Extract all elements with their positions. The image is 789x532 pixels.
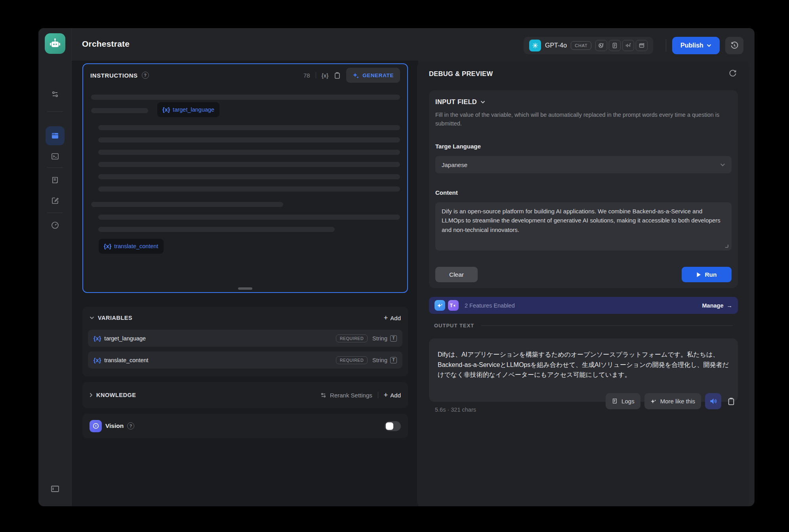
app-logo-robot-icon[interactable] bbox=[45, 33, 65, 54]
sidebar-item-logs[interactable] bbox=[46, 171, 65, 190]
history-clock-icon bbox=[730, 41, 739, 50]
log-document-icon bbox=[612, 398, 618, 405]
vision-toggle[interactable] bbox=[385, 421, 401, 431]
insert-variable-button[interactable]: {x} bbox=[322, 72, 329, 79]
output-card: Difyは、AIアプリケーションを構築するためのオープンソースプラットフォームで… bbox=[429, 338, 738, 402]
logs-button[interactable]: Logs bbox=[606, 393, 640, 409]
output-stats: 5.6s · 321 chars bbox=[435, 407, 476, 413]
rerank-label: Rerank Settings bbox=[330, 392, 372, 399]
publish-button[interactable]: Publish bbox=[672, 37, 720, 54]
more-like-this-button[interactable]: More like this bbox=[644, 393, 701, 409]
sidebar bbox=[38, 28, 72, 506]
instructions-panel[interactable]: INSTRUCTIONS ? 78 {x} GENERATE bbox=[82, 63, 408, 293]
variable-symbol: {x} bbox=[93, 335, 101, 342]
features-enabled-label: 2 Features Enabled bbox=[465, 302, 515, 309]
input-field-header[interactable]: INPUT FIELD bbox=[435, 98, 732, 106]
variable-name: translate_content bbox=[104, 357, 148, 363]
vision-row: Vision ? bbox=[82, 414, 408, 438]
document-capability-icon bbox=[609, 40, 621, 51]
speaker-icon bbox=[709, 397, 717, 405]
input-field-title: INPUT FIELD bbox=[435, 98, 477, 106]
string-type-icon: T bbox=[390, 335, 397, 342]
model-chat-badge: CHAT bbox=[571, 41, 591, 50]
screen: Orchestrate ✳ GPT-4o CHAT bbox=[0, 0, 789, 532]
sidebar-collapse-button[interactable] bbox=[46, 479, 65, 498]
plus-icon: + bbox=[384, 391, 388, 399]
variable-type: String bbox=[372, 357, 387, 363]
features-bar[interactable]: T 2 Features Enabled Manage → bbox=[429, 297, 738, 314]
chevron-right-icon bbox=[90, 393, 93, 397]
terminal-icon bbox=[51, 152, 59, 161]
video-capability-icon bbox=[636, 40, 648, 51]
variable-row-target-language[interactable]: {x} target_language REQUIRED String T bbox=[88, 330, 402, 347]
audio-capability-icon bbox=[622, 40, 634, 51]
string-type-icon: T bbox=[390, 357, 397, 363]
sidebar-item-monitoring[interactable] bbox=[46, 216, 65, 235]
window-app-icon bbox=[51, 131, 59, 140]
variable-symbol: {x} bbox=[104, 243, 111, 249]
sidebar-item-annotation[interactable] bbox=[46, 191, 65, 210]
copy-icon[interactable] bbox=[334, 72, 341, 79]
add-knowledge-button[interactable]: + Add bbox=[384, 391, 401, 399]
variable-chip-label: target_language bbox=[173, 106, 214, 113]
arrow-right-icon: → bbox=[727, 302, 733, 309]
content-label: Content bbox=[435, 189, 458, 196]
sidebar-divider bbox=[47, 213, 63, 213]
variable-chip-translate-content[interactable]: {x} translate_content bbox=[99, 239, 164, 254]
variable-chip-target-language[interactable]: {x} target_language bbox=[157, 102, 219, 117]
generate-button[interactable]: GENERATE bbox=[346, 68, 400, 83]
content-textarea[interactable]: Dify is an open-source platform for buil… bbox=[435, 202, 732, 251]
variables-section: VARIABLES + Add {x} target_language REQU… bbox=[82, 307, 408, 376]
vision-title: Vision bbox=[105, 422, 124, 429]
publish-label: Publish bbox=[680, 42, 703, 49]
openai-logo-icon: ✳ bbox=[529, 40, 541, 51]
vision-feature-icon bbox=[90, 420, 102, 432]
panel-resize-handle[interactable] bbox=[238, 287, 252, 290]
logs-label: Logs bbox=[621, 398, 635, 405]
textarea-resize-handle[interactable] bbox=[724, 244, 729, 248]
knowledge-section: KNOWLEDGE Rerank Settings + Add bbox=[82, 382, 408, 408]
variable-symbol: {x} bbox=[93, 357, 101, 363]
history-button[interactable] bbox=[725, 37, 743, 54]
chevron-down-icon bbox=[480, 101, 485, 104]
variables-header[interactable]: VARIABLES + Add bbox=[82, 307, 408, 329]
variables-title: VARIABLES bbox=[98, 315, 132, 321]
model-selector[interactable]: ✳ GPT-4o CHAT bbox=[524, 37, 653, 54]
variable-chip-label: translate_content bbox=[114, 243, 158, 249]
log-document-icon bbox=[51, 176, 59, 184]
knowledge-header[interactable]: KNOWLEDGE Rerank Settings + Add bbox=[82, 382, 408, 408]
play-audio-button[interactable] bbox=[705, 393, 721, 409]
debug-preview-title: DEBUG & PREVIEW bbox=[429, 70, 493, 78]
play-icon bbox=[696, 272, 701, 277]
collapse-panel-icon bbox=[50, 484, 60, 493]
run-button[interactable]: Run bbox=[682, 267, 732, 282]
divider bbox=[378, 392, 378, 398]
instructions-help-icon[interactable]: ? bbox=[142, 72, 149, 79]
vision-help-icon[interactable]: ? bbox=[127, 422, 134, 429]
tts-letter: T bbox=[450, 303, 453, 308]
vision-section: Vision ? bbox=[82, 414, 408, 438]
add-label: Add bbox=[390, 392, 401, 399]
target-language-select[interactable]: Japanese bbox=[435, 156, 732, 173]
copy-output-button[interactable] bbox=[725, 393, 737, 409]
output-text-title: OUTPUT TEXT bbox=[434, 323, 474, 329]
variable-row-translate-content[interactable]: {x} translate_content REQUIRED String T bbox=[88, 352, 402, 369]
vision-capability-icon bbox=[595, 40, 607, 51]
app-window: Orchestrate ✳ GPT-4o CHAT bbox=[38, 28, 755, 506]
sparkle-icon bbox=[353, 72, 359, 79]
generate-label: GENERATE bbox=[362, 72, 394, 78]
prompt-pane: INSTRUCTIONS ? 78 {x} GENERATE bbox=[72, 61, 418, 506]
sidebar-item-settings[interactable] bbox=[46, 85, 65, 104]
clear-label: Clear bbox=[449, 271, 464, 278]
restart-button[interactable] bbox=[729, 69, 737, 78]
rerank-settings-button[interactable]: Rerank Settings bbox=[320, 392, 372, 399]
robot-icon bbox=[49, 38, 61, 49]
manage-features-button[interactable]: Manage → bbox=[702, 302, 733, 309]
clear-button[interactable]: Clear bbox=[435, 267, 478, 282]
sidebar-item-terminal[interactable] bbox=[46, 147, 65, 166]
add-variable-button[interactable]: + Add bbox=[384, 314, 401, 322]
gauge-icon bbox=[51, 221, 59, 230]
sidebar-item-orchestrate[interactable] bbox=[46, 126, 65, 145]
clipboard-icon bbox=[728, 397, 735, 405]
knowledge-title: KNOWLEDGE bbox=[96, 392, 136, 398]
